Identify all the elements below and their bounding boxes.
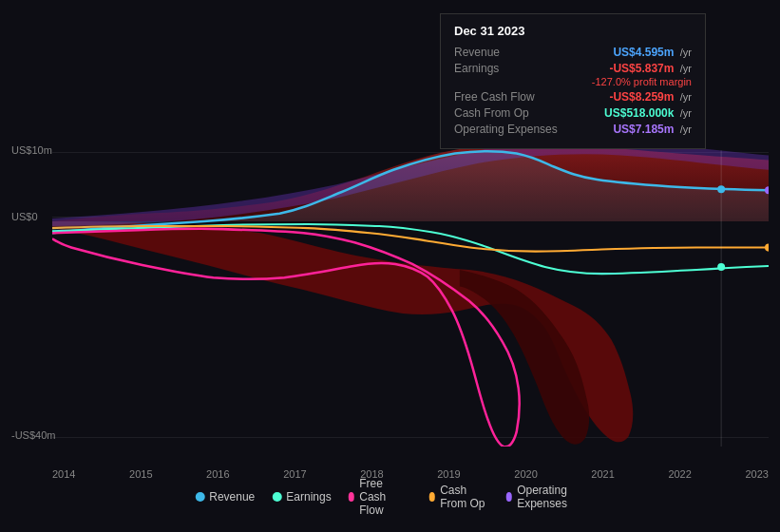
legend-label-opex: Operating Expenses (517, 484, 585, 510)
legend-dot-earnings (272, 492, 281, 502)
cfo-dot (765, 243, 769, 251)
tooltip-row-fcf: Free Cash Flow -US$8.259m /yr (454, 90, 692, 104)
tooltip-value-cfo: US$518.000k /yr (604, 106, 692, 120)
tooltip-row-revenue: Revenue US$4.595m /yr (454, 46, 692, 59)
tooltip-row-cfo: Cash From Op US$518.000k /yr (454, 106, 692, 120)
legend-dot-cfo (429, 492, 436, 502)
tooltip-value-opex: US$7.185m /yr (613, 123, 692, 136)
legend-label-cfo: Cash From Op (440, 484, 488, 510)
y-label-bot: -US$40m (11, 429, 55, 441)
legend-item-earnings[interactable]: Earnings (272, 490, 331, 504)
x-label-2014: 2014 (52, 468, 75, 480)
legend-dot-revenue (195, 492, 204, 502)
legend-item-revenue[interactable]: Revenue (195, 490, 255, 504)
x-label-2021: 2021 (591, 468, 614, 480)
tooltip-sub-earnings-text: -127.0% profit margin (592, 76, 692, 87)
legend-label-revenue: Revenue (209, 490, 255, 504)
x-label-2022: 2022 (668, 468, 691, 480)
legend-item-opex[interactable]: Operating Expenses (506, 484, 585, 510)
tooltip-row-opex: Operating Expenses US$7.185m /yr (454, 123, 692, 136)
x-label-2023: 2023 (745, 468, 768, 480)
tooltip-title: Dec 31 2023 (454, 24, 692, 38)
y-label-mid: US$0 (11, 211, 38, 222)
revenue-dot (717, 185, 725, 193)
tooltip-row-earnings: Earnings -US$5.837m /yr (454, 62, 692, 75)
legend-dot-opex (506, 492, 513, 502)
tooltip-label-earnings: Earnings (454, 62, 559, 75)
x-label-2015: 2015 (129, 468, 152, 480)
tooltip-value-revenue: US$4.595m /yr (613, 46, 692, 59)
y-label-top: US$10m (11, 144, 52, 156)
tooltip-value-earnings: -US$5.837m /yr (609, 62, 692, 75)
tooltip-sub-earnings: -127.0% profit margin (454, 76, 692, 87)
legend-item-cfo[interactable]: Cash From Op (429, 484, 489, 510)
legend-label-fcf: Free Cash Flow (359, 477, 411, 517)
legend-dot-fcf (349, 492, 355, 502)
tooltip-label-revenue: Revenue (454, 46, 559, 59)
tooltip-box: Dec 31 2023 Revenue US$4.595m /yr Earnin… (440, 13, 706, 149)
legend: Revenue Earnings Free Cash Flow Cash Fro… (195, 477, 585, 517)
tooltip-label-fcf: Free Cash Flow (454, 90, 559, 104)
legend-label-earnings: Earnings (286, 490, 331, 504)
tooltip-label-opex: Operating Expenses (454, 123, 559, 136)
earnings-dot (717, 263, 725, 271)
chart-container: Dec 31 2023 Revenue US$4.595m /yr Earnin… (0, 0, 780, 532)
tooltip-value-fcf: -US$8.259m /yr (609, 90, 692, 104)
legend-item-fcf[interactable]: Free Cash Flow (349, 477, 412, 517)
tooltip-label-cfo: Cash From Op (454, 106, 559, 120)
